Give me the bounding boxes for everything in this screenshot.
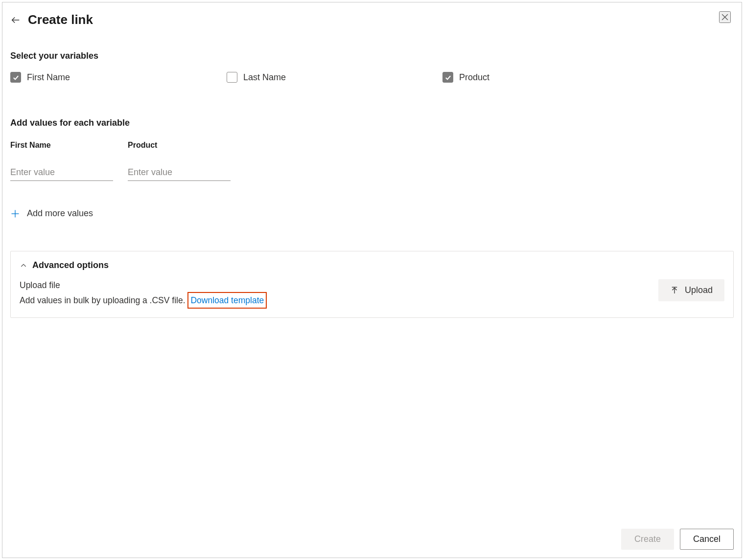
checkbox-first-name[interactable]: First Name <box>10 72 70 83</box>
value-column-product: Product <box>128 141 231 181</box>
checkbox-product[interactable]: Product <box>442 72 489 83</box>
advanced-options-title: Advanced options <box>32 260 109 270</box>
upload-button-label: Upload <box>685 285 713 295</box>
add-more-label: Add more values <box>27 208 93 219</box>
values-columns: First Name Product <box>10 141 734 181</box>
upload-heading: Upload file <box>20 278 267 292</box>
advanced-options-body: Upload file Add values in bulk by upload… <box>20 278 724 309</box>
arrow-left-icon <box>10 15 21 25</box>
column-label: Product <box>128 141 231 150</box>
advanced-options-toggle[interactable]: Advanced options <box>20 260 109 270</box>
upload-button[interactable]: Upload <box>658 279 724 301</box>
close-button[interactable] <box>719 11 731 23</box>
dialog-content: Select your variables First Name Last Na… <box>2 31 742 558</box>
value-column-first-name: First Name <box>10 141 113 181</box>
upload-icon <box>670 286 679 295</box>
back-button[interactable] <box>10 15 21 25</box>
variables-heading: Select your variables <box>10 51 734 61</box>
plus-icon <box>10 209 20 219</box>
checkbox-label: Last Name <box>243 72 286 83</box>
checkbox-label: First Name <box>27 72 70 83</box>
product-input[interactable] <box>128 164 231 181</box>
upload-description-line: Add values in bulk by uploading a .CSV f… <box>20 292 267 309</box>
dialog-header: Create link <box>2 2 742 31</box>
cancel-button[interactable]: Cancel <box>680 529 734 550</box>
page-title: Create link <box>28 12 93 27</box>
upload-description-text: Add values in bulk by uploading a .CSV f… <box>20 295 186 305</box>
create-link-dialog: Create link Select your variables First … <box>2 2 742 558</box>
variables-checkbox-row: First Name Last Name Product <box>10 72 734 83</box>
chevron-up-icon <box>20 262 27 269</box>
upload-file-text: Upload file Add values in bulk by upload… <box>20 278 267 309</box>
column-label: First Name <box>10 141 113 150</box>
dialog-footer: Create Cancel <box>621 529 734 550</box>
checkbox-icon <box>227 72 237 83</box>
checkbox-last-name[interactable]: Last Name <box>227 72 286 83</box>
values-heading: Add values for each variable <box>10 118 734 128</box>
checkbox-icon <box>10 72 21 83</box>
close-icon <box>720 12 730 22</box>
advanced-options-panel: Advanced options Upload file Add values … <box>10 251 734 318</box>
download-template-link[interactable]: Download template <box>187 292 267 309</box>
add-more-values-button[interactable]: Add more values <box>10 208 93 219</box>
checkbox-icon <box>442 72 453 83</box>
create-button[interactable]: Create <box>621 529 674 550</box>
first-name-input[interactable] <box>10 164 113 181</box>
checkbox-label: Product <box>459 72 489 83</box>
